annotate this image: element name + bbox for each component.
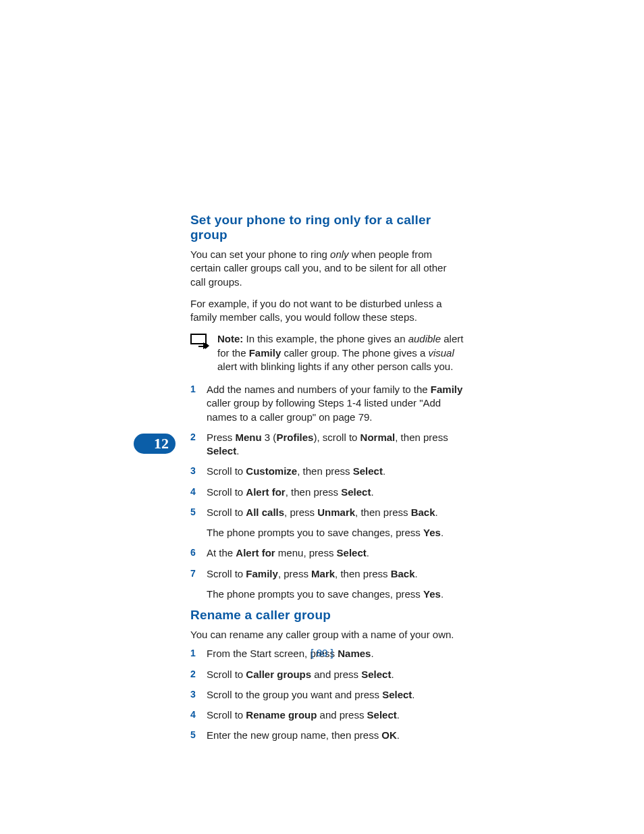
intro-paragraph-1: You can set your phone to ring only when… bbox=[190, 248, 464, 289]
note-block: Note: In this example, the phone gives a… bbox=[190, 332, 464, 373]
step-number: 5 bbox=[190, 729, 204, 741]
step-text: Scroll to Rename group and press Select. bbox=[207, 708, 464, 722]
text-bold: Menu bbox=[236, 432, 262, 443]
text: . bbox=[415, 568, 418, 579]
step-7-sub: The phone prompts you to save changes, p… bbox=[207, 588, 464, 601]
text: , press bbox=[278, 568, 311, 579]
step-text: Scroll to the group you want and press S… bbox=[207, 688, 464, 702]
text-bold: All calls bbox=[246, 506, 284, 518]
text: , then press bbox=[395, 432, 448, 443]
step-5-sub: The phone prompts you to save changes, p… bbox=[207, 526, 464, 540]
note-label: Note: bbox=[217, 333, 243, 344]
text: . bbox=[391, 669, 394, 680]
text: ), scroll to bbox=[313, 432, 360, 443]
steps-list-2: 1 From the Start screen, press Names. 2 … bbox=[190, 647, 464, 742]
text-bold: Family bbox=[431, 384, 463, 395]
text: The phone prompts you to save changes, p… bbox=[207, 588, 423, 600]
text-bold: Back bbox=[391, 568, 415, 579]
text: The phone prompts you to save changes, p… bbox=[207, 527, 423, 538]
text-bold: Select bbox=[382, 689, 412, 700]
text: and press bbox=[317, 709, 367, 721]
step-number: 2 bbox=[190, 431, 204, 444]
text: . bbox=[371, 486, 373, 498]
text-bold: Rename group bbox=[246, 709, 317, 721]
section-rename: Rename a caller group You can rename any… bbox=[190, 608, 464, 743]
text: At the bbox=[207, 547, 236, 558]
text: Scroll to bbox=[207, 465, 246, 477]
text: menu, press bbox=[275, 547, 337, 558]
text: . bbox=[383, 465, 385, 477]
text: caller group. The phone gives a bbox=[281, 347, 428, 359]
text: Scroll to bbox=[207, 486, 246, 498]
text: , press bbox=[284, 506, 317, 518]
text: Scroll to bbox=[207, 709, 246, 721]
step-text: Enter the new group name, then press OK. bbox=[207, 729, 464, 742]
step-number: 3 bbox=[190, 688, 204, 701]
text: Scroll to bbox=[207, 669, 246, 680]
step-r5: 5 Enter the new group name, then press O… bbox=[190, 729, 464, 742]
text: . bbox=[412, 689, 414, 700]
text: . bbox=[236, 445, 239, 457]
text: alert with blinking lights if any other … bbox=[217, 361, 453, 372]
note-icon bbox=[190, 334, 213, 352]
text-bold: Select bbox=[337, 547, 367, 558]
text: and press bbox=[311, 669, 361, 680]
text: Add the names and numbers of your family… bbox=[207, 384, 431, 395]
section-title-rename: Rename a caller group bbox=[190, 608, 464, 623]
text-bold: Select bbox=[353, 465, 383, 477]
text-italic: visual bbox=[428, 347, 454, 359]
text-bold: Select bbox=[367, 709, 397, 721]
step-text: Scroll to Caller groups and press Select… bbox=[207, 668, 464, 681]
page-content: Set your phone to ring only for a caller… bbox=[190, 213, 464, 750]
step-r3: 3 Scroll to the group you want and press… bbox=[190, 688, 464, 702]
step-text: Press Menu 3 (Profiles), scroll to Norma… bbox=[207, 431, 464, 459]
text: 3 ( bbox=[262, 432, 277, 443]
text: Scroll to the group you want and press bbox=[207, 689, 382, 700]
text: , then press bbox=[335, 568, 391, 579]
step-r4: 4 Scroll to Rename group and press Selec… bbox=[190, 708, 464, 722]
text-bold: Customize bbox=[246, 465, 297, 477]
text-bold: Normal bbox=[360, 432, 396, 443]
text: caller group by following Steps 1-4 list… bbox=[207, 397, 441, 422]
text-italic: only bbox=[330, 249, 349, 260]
text-bold: OK bbox=[381, 729, 397, 741]
step-1: 1 Add the names and numbers of your fami… bbox=[190, 383, 464, 424]
step-number: 7 bbox=[190, 567, 204, 580]
text: . bbox=[441, 588, 444, 600]
text-bold: Alert for bbox=[246, 486, 285, 498]
step-number: 4 bbox=[190, 486, 204, 498]
text: , then press bbox=[355, 506, 411, 518]
text: Scroll to bbox=[207, 568, 246, 579]
text: . bbox=[435, 506, 438, 518]
step-text: Scroll to Family, press Mark, then press… bbox=[207, 567, 464, 581]
text-italic: audible bbox=[408, 333, 441, 344]
text: . bbox=[397, 729, 400, 741]
step-number: 6 bbox=[190, 546, 204, 559]
step-text: At the Alert for menu, press Select. bbox=[207, 546, 464, 560]
svg-rect-0 bbox=[191, 334, 206, 344]
text-bold: Caller groups bbox=[246, 669, 311, 680]
step-text: Scroll to Customize, then press Select. bbox=[207, 465, 464, 478]
text: Enter the new group name, then press bbox=[207, 729, 381, 741]
text: Press bbox=[207, 432, 236, 443]
step-2: 2 Press Menu 3 (Profiles), scroll to Nor… bbox=[190, 431, 464, 459]
rename-intro: You can rename any caller group with a n… bbox=[190, 628, 464, 642]
section-title-ring-caller-group: Set your phone to ring only for a caller… bbox=[190, 213, 464, 242]
text: . bbox=[367, 547, 369, 558]
text: . bbox=[397, 709, 400, 721]
note-text: Note: In this example, the phone gives a… bbox=[217, 332, 464, 373]
step-4: 4 Scroll to Alert for, then press Select… bbox=[190, 486, 464, 499]
steps-list-1: 1 Add the names and numbers of your fami… bbox=[190, 383, 464, 601]
text: You can set your phone to ring bbox=[190, 249, 330, 260]
step-6: 6 At the Alert for menu, press Select. bbox=[190, 546, 464, 560]
step-text: Add the names and numbers of your family… bbox=[207, 383, 464, 424]
text-bold: Profiles bbox=[276, 432, 313, 443]
chapter-number: 12 bbox=[154, 435, 169, 452]
text-bold: Select bbox=[361, 669, 391, 680]
text-bold: Mark bbox=[311, 568, 335, 579]
step-text: Scroll to All calls, press Unmark, then … bbox=[207, 506, 464, 519]
text-bold: Alert for bbox=[236, 547, 275, 558]
step-7: 7 Scroll to Family, press Mark, then pre… bbox=[190, 567, 464, 581]
step-number: 4 bbox=[190, 708, 204, 721]
step-5: 5 Scroll to All calls, press Unmark, the… bbox=[190, 506, 464, 519]
